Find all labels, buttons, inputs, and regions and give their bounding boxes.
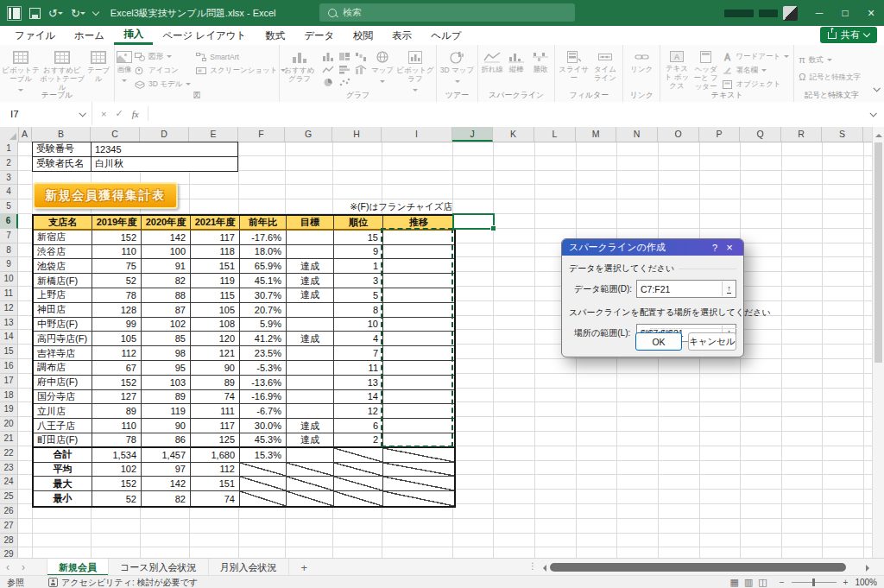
column-header-B[interactable]: B [32,127,91,142]
row-header-29[interactable]: 29 [0,547,18,558]
cell-D15[interactable]: 98 [142,346,191,361]
cell-D18[interactable]: 89 [142,390,191,405]
cell-D22[interactable]: 1,457 [142,448,191,463]
new-sheet-button[interactable]: + [289,559,320,576]
tab-view[interactable]: 表示 [382,26,421,45]
cell-B13[interactable]: 中野店(F) [34,318,92,332]
row-header-7[interactable]: 7 [0,229,18,243]
qat-customize-icon[interactable] [92,8,99,15]
text-box-button[interactable]: A テキスト ボックス [662,48,691,90]
cell-E22[interactable]: 1,680 [191,448,240,463]
cell-E23[interactable]: 112 [191,463,240,477]
row-header-26[interactable]: 26 [0,504,18,519]
cell-B19[interactable]: 立川店 [34,404,92,419]
link-button[interactable]: リンク [628,48,654,74]
cell-G18[interactable] [287,390,334,405]
cell-F22[interactable]: 15.3% [240,448,287,463]
name-box-dropdown-icon[interactable] [79,110,85,117]
bar-chart-button[interactable] [338,65,350,74]
search-box[interactable]: 検索 [319,3,575,22]
cell-H9[interactable]: 1 [334,259,383,274]
cell-I24[interactable] [383,477,454,491]
icons-button[interactable]: アイコン [132,64,193,77]
cell-E16[interactable]: 90 [191,361,240,376]
tab-overflow-icon[interactable]: ⋮ [528,561,537,571]
column-header-N[interactable]: N [616,127,658,142]
row-header-16[interactable]: 16 [0,359,18,374]
cell-B14[interactable]: 高円寺店(F) [34,332,92,346]
cell-B12[interactable]: 神田店 [34,303,92,318]
cell-C15[interactable]: 112 [92,346,142,361]
tab-file[interactable]: ファイル [5,26,65,45]
pie-chart-button[interactable] [322,78,334,87]
hierarchy-chart-button[interactable] [338,52,350,61]
cell-G17[interactable] [287,376,334,390]
cell-D24[interactable]: 142 [142,477,191,491]
column-header-M[interactable]: M [576,127,616,142]
cell-G9[interactable]: 達成 [287,259,334,274]
row-header-27[interactable]: 27 [0,519,18,534]
dialog-close-icon[interactable]: × [723,241,736,254]
screenshot-button[interactable]: スクリーンショット [193,64,288,77]
symbol-button[interactable]: Ω 記号と特殊文字 [796,71,863,84]
cell-G13[interactable] [287,318,334,332]
ribbon-collapse[interactable] [869,45,884,102]
cell-B10[interactable]: 新橋店(F) [34,274,92,288]
cell-H22[interactable] [334,448,383,463]
cell-H24[interactable] [334,477,383,491]
cell-F10[interactable]: 45.1% [240,274,287,288]
horizontal-scroll-thumb[interactable] [550,563,846,572]
combo-chart-button[interactable] [355,65,367,74]
tab-review[interactable]: 校閲 [344,26,382,45]
prev-sheet-icon[interactable]: ‹ [0,559,16,576]
cell-F16[interactable]: -5.3% [240,361,287,376]
accessibility-status[interactable]: アクセシビリティ: 検討が必要です [48,577,198,588]
ok-button[interactable]: OK [635,332,682,351]
zoom-slider[interactable] [792,582,837,583]
cell-H14[interactable]: 4 [334,332,383,346]
smartart-button[interactable]: SmartArt [193,50,288,63]
sparkline-column-button[interactable]: 縦棒 [504,48,528,74]
cell-C24[interactable]: 152 [92,477,142,491]
cell-I23[interactable] [383,463,454,477]
cell-F23[interactable] [240,463,287,477]
column-header-P[interactable]: P [699,127,740,142]
cell-H18[interactable]: 14 [334,390,383,405]
cell-C9[interactable]: 75 [92,259,142,274]
dialog-title-bar[interactable]: スパークラインの作成 ? × [562,239,743,256]
row-header-11[interactable]: 11 [0,287,18,301]
cell-B8[interactable]: 渋谷店 [34,245,92,260]
tab-formulas[interactable]: 数式 [256,26,294,45]
active-cell-J6[interactable] [452,213,495,230]
cell-B18[interactable]: 国分寺店 [34,390,92,405]
row-header-25[interactable]: 25 [0,490,18,504]
row-header-21[interactable]: 21 [0,432,18,446]
cell-C11[interactable]: 78 [92,288,142,303]
row-header-1[interactable]: 1 [0,142,18,156]
cell-C6[interactable]: 2019年度 [92,216,142,231]
next-sheet-icon[interactable]: › [16,559,31,576]
column-header-L[interactable]: L [534,127,576,142]
cell-C23[interactable]: 102 [92,463,142,477]
cell-F13[interactable]: 5.9% [240,318,287,332]
row-header-24[interactable]: 24 [0,475,18,490]
account-area[interactable] [724,6,798,21]
formula-input[interactable] [148,102,870,125]
hscroll-left-icon[interactable] [540,565,546,572]
picture-button[interactable]: 画像 [117,48,132,85]
cell-F17[interactable]: -13.6% [240,376,287,390]
zoom-slider-thumb[interactable] [812,579,815,586]
cell-B22[interactable]: 合計 [34,448,92,463]
cell-B15[interactable]: 吉祥寺店 [34,346,92,361]
cell-H17[interactable]: 13 [334,376,383,390]
cell-F14[interactable]: 41.2% [240,332,287,346]
sheet-tab-course-betsu[interactable]: コース別入会状況 [109,559,209,576]
cell-G20[interactable]: 達成 [287,419,334,433]
cell-C14[interactable]: 105 [92,332,142,346]
row-header-13[interactable]: 13 [0,316,18,331]
pivot-chart-button[interactable]: ピボットグラフ [396,48,434,94]
timeline-button[interactable]: タイムライン [590,48,620,83]
cell-E8[interactable]: 118 [191,245,240,260]
cell-D13[interactable]: 102 [142,318,191,332]
cell-E14[interactable]: 120 [191,332,240,346]
